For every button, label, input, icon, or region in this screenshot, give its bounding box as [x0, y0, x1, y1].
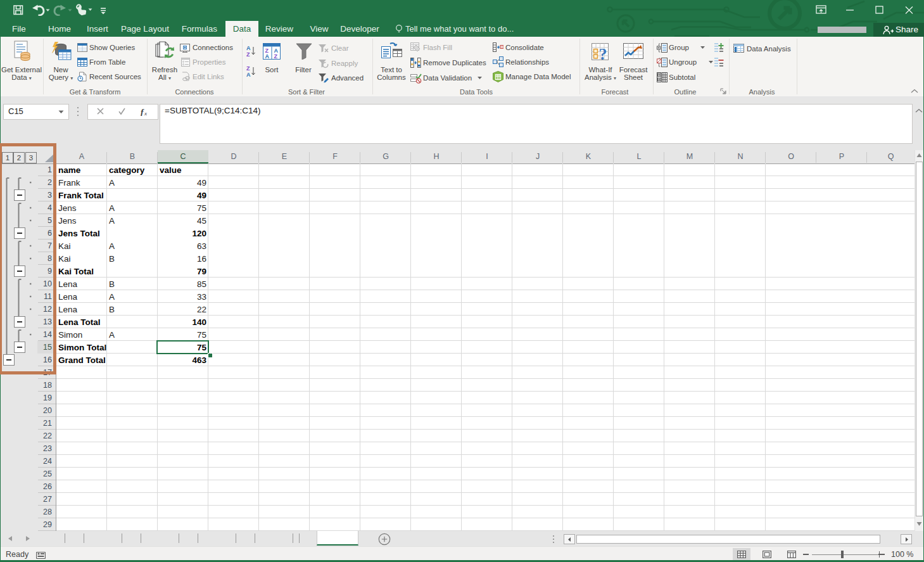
svg-text:Z: Z	[274, 53, 278, 60]
svg-text:A: A	[246, 45, 251, 51]
svg-text:A: A	[265, 53, 270, 60]
svg-text:Z: Z	[246, 51, 250, 57]
svg-text:A: A	[246, 72, 251, 77]
svg-text:?: ?	[599, 45, 607, 62]
svg-text:Z: Z	[246, 65, 250, 72]
svg-text:x: x	[144, 110, 147, 117]
